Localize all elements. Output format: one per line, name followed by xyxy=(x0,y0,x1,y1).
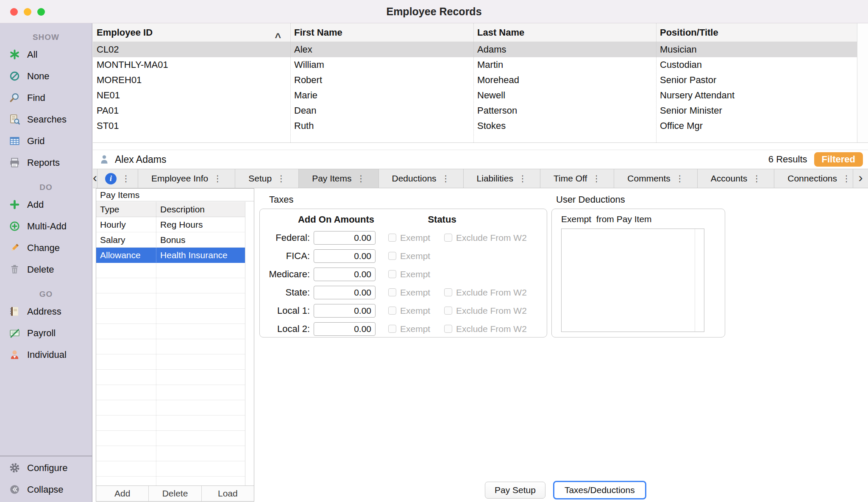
pay-item-add-button[interactable]: Add xyxy=(96,486,149,501)
pay-item-row[interactable]: Salary Bonus xyxy=(96,232,245,248)
tab[interactable]: Liabilities ⋮ xyxy=(464,169,540,188)
exclude-w2-label: Exclude From W2 xyxy=(456,233,527,243)
employee-row[interactable]: CL02 Alex Adams Musician xyxy=(93,42,868,57)
tab-menu-dots-icon[interactable]: ⋮ xyxy=(442,173,450,184)
pay-item-delete-button[interactable]: Delete xyxy=(149,486,201,501)
sidebar-item[interactable]: Grid xyxy=(0,130,92,152)
close-button[interactable] xyxy=(10,8,18,16)
tab-menu-dots-icon[interactable]: ⋮ xyxy=(592,173,601,184)
sidebar-item[interactable]: All xyxy=(0,44,92,65)
sidebar-item[interactable]: Searches xyxy=(0,109,92,130)
exclude-w2-checkbox[interactable] xyxy=(444,234,452,242)
configure-button[interactable]: Configure xyxy=(0,457,92,479)
sidebar-item[interactable]: Delete xyxy=(0,259,92,280)
column-header-position-title[interactable]: Position/Title xyxy=(656,27,868,38)
exempt-checkbox[interactable] xyxy=(388,325,396,333)
tab-menu-dots-icon[interactable]: ⋮ xyxy=(122,173,130,184)
cell-employee-id: ST01 xyxy=(93,120,290,131)
exclude-w2-checkbox[interactable] xyxy=(444,325,452,333)
column-header-employee-id[interactable]: Employee ID ^ xyxy=(93,27,290,38)
tab-menu-dots-icon[interactable]: ⋮ xyxy=(752,173,761,184)
sidebar-item[interactable]: Add xyxy=(0,194,92,215)
zoom-button[interactable] xyxy=(37,8,45,16)
configure-label: Configure xyxy=(27,463,67,474)
results-count: 6 Results xyxy=(768,154,807,165)
tab[interactable]: Setup ⋮ xyxy=(235,169,299,188)
sort-ascending-indicator: ^ xyxy=(275,31,281,38)
sidebar-item[interactable]: Individual xyxy=(0,344,92,365)
exempt-checkbox[interactable] xyxy=(388,307,396,315)
cell-position-title: Nursery Attendant xyxy=(656,90,868,101)
exempt-from-pay-item-label: Exempt from Pay Item xyxy=(561,214,652,224)
sidebar-section-do-label: DO xyxy=(0,181,92,194)
tab[interactable]: Accounts ⋮ xyxy=(698,169,774,188)
cell-first-name: Marie xyxy=(290,90,473,101)
pay-item-row[interactable]: Hourly Reg Hours xyxy=(96,217,245,232)
cell-last-name: Martin xyxy=(473,59,656,70)
tax-amount-input[interactable] xyxy=(314,231,376,245)
tab-menu-dots-icon[interactable]: ⋮ xyxy=(676,173,684,184)
exempt-checkbox[interactable] xyxy=(388,288,396,296)
tax-row: Local 1: Exempt Exclude From W2 xyxy=(260,301,547,320)
pay-item-row[interactable]: Allowance Health Insurance xyxy=(96,248,245,263)
tax-label: State: xyxy=(260,287,310,298)
sidebar-item[interactable]: Reports xyxy=(0,152,92,173)
tab[interactable]: Comments ⋮ xyxy=(614,169,698,188)
exempt-checkbox-group: Exempt xyxy=(388,287,444,298)
tax-amount-input[interactable] xyxy=(314,268,376,281)
filtered-badge[interactable]: Filtered xyxy=(814,152,863,167)
tab[interactable]: Time Off ⋮ xyxy=(540,169,614,188)
tab[interactable]: Pay Items ⋮ xyxy=(299,169,378,188)
employee-row[interactable]: NE01 Marie Newell Nursery Attendant xyxy=(93,88,868,103)
column-divider xyxy=(656,23,657,142)
sidebar-item[interactable]: Multi-Add xyxy=(0,215,92,237)
records-scrollbar[interactable] xyxy=(857,23,868,142)
tab-menu-dots-icon[interactable]: ⋮ xyxy=(357,173,365,184)
exempt-label: Exempt xyxy=(400,269,430,279)
tax-amount-input[interactable] xyxy=(314,286,376,299)
employee-row[interactable]: MOREH01 Robert Morehead Senior Pastor xyxy=(93,73,868,88)
collapse-button[interactable]: Collapse xyxy=(0,479,92,500)
tax-amount-input[interactable] xyxy=(314,249,376,263)
sidebar-item[interactable]: None xyxy=(0,65,92,87)
cell-last-name: Adams xyxy=(473,44,656,55)
tax-amount-input[interactable] xyxy=(314,322,376,336)
tab[interactable]: Connections ⋮ xyxy=(774,169,864,188)
tab-menu-dots-icon[interactable]: ⋮ xyxy=(518,173,527,184)
records-gap xyxy=(93,143,868,150)
column-header-last-name[interactable]: Last Name xyxy=(473,27,656,38)
sidebar-item[interactable]: Change xyxy=(0,237,92,259)
tabs-scroll-left-button[interactable]: ‹ xyxy=(93,169,97,188)
column-header-first-name[interactable]: First Name xyxy=(290,27,473,38)
tab-menu-dots-icon[interactable]: ⋮ xyxy=(842,173,851,184)
exclude-w2-checkbox[interactable] xyxy=(444,307,452,315)
tab-menu-dots-icon[interactable]: ⋮ xyxy=(213,173,222,184)
tab[interactable]: Employee Info ⋮ xyxy=(138,169,235,188)
exempt-checkbox[interactable] xyxy=(388,270,396,278)
cell-employee-id: MOREH01 xyxy=(93,75,290,86)
pay-items-tab-content: Pay Items Type Description Hourly Reg Ho… xyxy=(93,188,868,502)
sidebar-item[interactable]: Address xyxy=(0,301,92,322)
tabs-scroll-right-button[interactable]: › xyxy=(853,169,868,188)
sidebar-item[interactable]: Payroll xyxy=(0,322,92,344)
tab-menu-dots-icon[interactable]: ⋮ xyxy=(277,173,285,184)
tab-info[interactable]: i ⋮ xyxy=(97,169,138,188)
magnifier-icon xyxy=(9,92,20,103)
employee-row[interactable]: PA01 Dean Patterson Senior Minister xyxy=(93,103,868,118)
taxes-deductions-button[interactable]: Taxes/Deductions xyxy=(553,481,646,499)
exclude-w2-label: Exclude From W2 xyxy=(456,324,527,334)
pay-setup-button[interactable]: Pay Setup xyxy=(485,482,545,499)
employee-row[interactable]: ST01 Ruth Stokes Office Mgr xyxy=(93,118,868,134)
exempt-checkbox[interactable] xyxy=(388,234,396,242)
minimize-button[interactable] xyxy=(24,8,31,16)
exempt-checkbox[interactable] xyxy=(388,252,396,260)
exempt-list-scrollbar[interactable] xyxy=(695,229,704,332)
sidebar-item[interactable]: Find xyxy=(0,87,92,109)
tax-amount-input[interactable] xyxy=(314,304,376,318)
pay-items-scrollbar[interactable] xyxy=(245,202,254,485)
employee-row[interactable]: MONTHLY-MA01 William Martin Custodian xyxy=(93,57,868,73)
exempt-pay-items-list[interactable] xyxy=(561,229,704,332)
exclude-w2-checkbox[interactable] xyxy=(444,288,452,296)
pay-item-load-button[interactable]: Load xyxy=(202,486,254,501)
tab[interactable]: Deductions ⋮ xyxy=(379,169,464,188)
